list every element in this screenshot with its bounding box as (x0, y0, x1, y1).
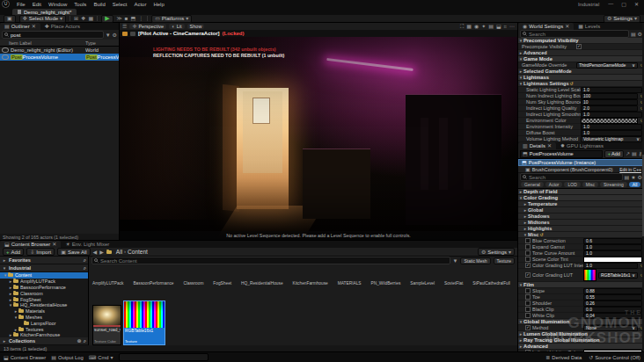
tab-content-browser[interactable]: ⬓ Content Browser ✕ (0, 241, 61, 248)
override-checkbox[interactable] (525, 294, 531, 300)
cmd-dropdown[interactable]: ⌨ Cmd ▾ (89, 355, 113, 360)
menu-help[interactable]: Help (150, 2, 167, 7)
property-value[interactable]: 0.26 (583, 300, 642, 307)
value-field[interactable]: 2.0 (581, 105, 638, 112)
tab-world-settings[interactable]: ◉ World Settings ✕ (518, 23, 574, 30)
filter-misc[interactable]: Misc (582, 182, 598, 187)
add-collection-icon[interactable]: ⊕ (77, 338, 82, 344)
breadcrumb-all[interactable]: All (116, 249, 122, 255)
add-component-button[interactable]: + Add (604, 150, 624, 158)
dropdown[interactable]: ThirdPersonGameMode∨ (576, 62, 638, 69)
tab-env-light-mixer[interactable]: ☀ Env. Light Mixer (61, 241, 113, 248)
outliner-row[interactable]: PostProcessVolumePostProcessVolume (0, 54, 119, 61)
override-checkbox[interactable] (525, 313, 531, 318)
property-value[interactable]: 0.0 (583, 307, 642, 313)
override-checkbox[interactable] (525, 250, 531, 256)
property-value[interactable]: 1.0 (583, 244, 642, 250)
menu-actor[interactable]: Actor (130, 2, 150, 7)
close-button[interactable]: ✕ (633, 1, 640, 7)
asset-search-input[interactable]: Search Content (91, 257, 450, 264)
forward-icon[interactable]: ▶ (99, 250, 104, 255)
close-icon[interactable]: ✕ (32, 24, 36, 29)
value-field[interactable]: 1.0 (583, 263, 638, 269)
grid-folder-pn_wildberries[interactable]: PN_WildBerries (370, 281, 400, 286)
override-checkbox[interactable]: ✓ (525, 263, 531, 268)
grid-folder-materials[interactable]: MATERIALS (338, 281, 362, 286)
override-checkbox[interactable] (525, 300, 531, 306)
reset-to-default-icon[interactable]: ↺ (539, 232, 543, 237)
value-field[interactable]: 0.6 (583, 238, 642, 244)
tree-folder-textures[interactable]: ▸Textures (0, 326, 88, 332)
filter-chip-static-mesh[interactable]: Static Mesh (460, 257, 490, 264)
list-icon[interactable]: ▤ (625, 175, 630, 180)
import-button[interactable]: ⇩ Import (26, 248, 55, 256)
column-type[interactable]: Type (85, 40, 119, 46)
visibility-eye-icon[interactable] (2, 47, 9, 53)
reset-to-default-icon[interactable]: ↺ (570, 81, 574, 86)
override-checkbox[interactable] (525, 238, 531, 243)
value-field[interactable]: 1.0 (581, 112, 642, 118)
details-search-input[interactable]: Search (520, 173, 623, 181)
gear-icon[interactable]: ⚙ (113, 33, 117, 38)
detail-row-ray-tracing-global-illumination[interactable]: ▸Ray Tracing Global Illumination (518, 337, 644, 344)
grid-folder-hq_residentialhouse[interactable]: HQ_ResidentialHouse (241, 281, 282, 286)
tab-place-actors[interactable]: ✚ Place Actors (40, 23, 84, 30)
view-mode-dropdown[interactable]: ◐ Lit (169, 24, 184, 29)
property-value[interactable]: ThirdPersonGameMode∨ (576, 62, 638, 69)
show-dropdown[interactable]: Show (187, 24, 205, 29)
tree-folder-amplifylutpack[interactable]: ▸AmplifyLUTPack (0, 279, 88, 285)
level-tab[interactable]: Demo_relight_night* (12, 9, 77, 15)
value-field[interactable]: 1.0 (581, 124, 642, 130)
property-value[interactable]: 0.6 (583, 238, 642, 244)
property-value[interactable]: RGBTable16x1∨ (583, 269, 638, 281)
property-value[interactable]: None∨ (583, 325, 638, 331)
asset-tile-hdri[interactable]: sunset_road_4k Texture Cube (92, 305, 121, 345)
cb-settings-dropdown[interactable]: ⚙ Settings ▾ (478, 248, 515, 256)
value-field[interactable]: 0.88 (583, 288, 642, 294)
close-icon[interactable]: ✕ (52, 242, 56, 247)
eject-pilot-icon[interactable] (122, 32, 128, 36)
grid-folder-amplifylutpack[interactable]: AmplifyLUTPack (92, 281, 123, 286)
tree-folder-lampsfloor[interactable]: LampsFloor (0, 320, 88, 326)
transport-icon[interactable]: ≫ (117, 16, 122, 21)
grid-folder-kitchenfarmhouse[interactable]: KitchenFarmhouse (293, 281, 328, 286)
detail-row-color-grading[interactable]: ▾Color Grading (518, 195, 644, 201)
filter-chip-texture[interactable]: Texture (494, 257, 515, 264)
viewport-option-icon[interactable]: ⬓ (496, 24, 501, 29)
component-row-instance[interactable]: ⬒ PostProcessVolume (Instance) (518, 159, 644, 166)
tree-folder-content[interactable]: ▾Content (0, 272, 88, 279)
world-settings-search-input[interactable]: Search (520, 30, 629, 38)
viewport-option-icon[interactable]: ✦ (481, 24, 486, 29)
toolbar-icon[interactable]: ▦ (89, 16, 94, 21)
menu-build[interactable]: Build (90, 2, 108, 7)
value-field[interactable]: 100 (581, 93, 638, 99)
tab-levels[interactable]: ▦ Levels (574, 23, 604, 30)
property-value[interactable]: 100 (581, 93, 638, 99)
grid-folder-samplelevel[interactable]: SampleLevel (410, 281, 435, 286)
tab-outliner[interactable]: ▤ Outliner ✕ (0, 23, 40, 30)
viewport-option-icon[interactable]: ⋯ (509, 24, 515, 29)
ws-row-selected-gamemode[interactable]: ▸Selected GameMode (518, 69, 644, 75)
grid-folder-classroom[interactable]: Classroom (183, 281, 203, 286)
search-icon[interactable]: ⌕ (84, 338, 86, 344)
value-field[interactable]: 1.0 (583, 244, 642, 250)
close-icon[interactable]: ✕ (565, 24, 569, 29)
value-field[interactable]: 1.0 (581, 87, 642, 93)
column-item-label[interactable]: Item Label (9, 40, 85, 46)
tree-folder-fogsheet[interactable]: ▸FogSheet (0, 296, 88, 302)
property-value[interactable] (583, 257, 642, 263)
share-icon[interactable]: ↗ (626, 151, 630, 156)
camera-icon[interactable] (130, 32, 135, 36)
search-icon[interactable]: ⌕ (84, 257, 86, 263)
ws-row-lightmass[interactable]: ▾Lightmass (518, 75, 644, 81)
property-value[interactable]: 1.0 (581, 112, 642, 118)
list-icon[interactable]: ▤ (631, 32, 636, 37)
grid-folder-stpaulcathedralfull[interactable]: StPaulCathedralFull (472, 281, 510, 286)
property-value[interactable]: 1.0 (583, 263, 638, 269)
tree-folder-materials[interactable]: ▸Materials (0, 308, 88, 315)
value-field[interactable]: 0.55 (583, 294, 642, 300)
tree-folder-classroom[interactable]: ▸Classroom (0, 290, 88, 296)
visibility-eye-icon[interactable] (2, 54, 9, 60)
content-drawer-button[interactable]: ⬓ Content Drawer (4, 355, 46, 360)
value-field[interactable]: 1.0 (583, 250, 642, 257)
